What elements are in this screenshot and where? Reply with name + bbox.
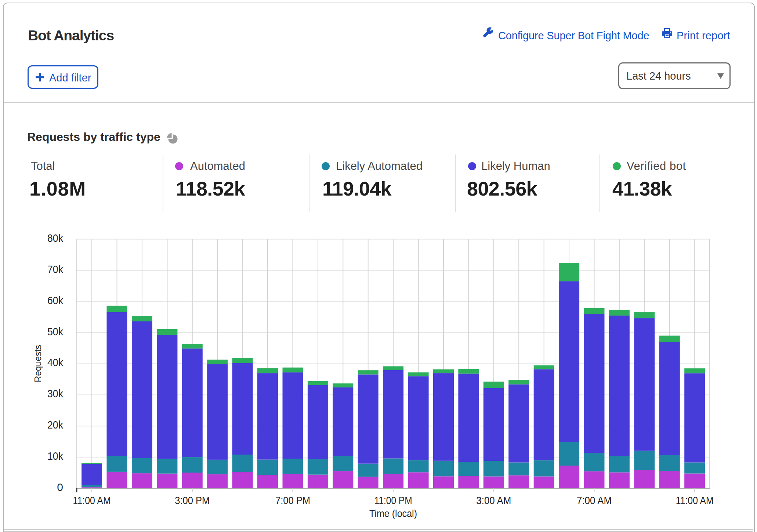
svg-text:70k: 70k: [47, 263, 64, 275]
svg-text:80k: 80k: [47, 232, 64, 244]
svg-text:50k: 50k: [47, 325, 64, 338]
svg-text:30k: 30k: [47, 387, 64, 400]
svg-text:3:00 AM: 3:00 AM: [476, 494, 511, 506]
svg-text:40k: 40k: [47, 356, 64, 368]
svg-text:11:00 PM: 11:00 PM: [374, 494, 412, 506]
svg-text:7:00 PM: 7:00 PM: [275, 494, 310, 506]
svg-text:Requests: Requests: [32, 345, 43, 382]
svg-text:20k: 20k: [47, 419, 64, 431]
svg-text:11:00 AM: 11:00 AM: [676, 494, 714, 506]
svg-text:60k: 60k: [47, 294, 64, 306]
svg-text:10k: 10k: [47, 450, 64, 462]
svg-text:11:00 AM: 11:00 AM: [73, 494, 111, 506]
svg-text:0: 0: [57, 481, 63, 493]
svg-text:7:00 AM: 7:00 AM: [577, 494, 612, 506]
svg-text:3:00 PM: 3:00 PM: [175, 494, 210, 506]
svg-text:Time (local): Time (local): [369, 508, 417, 519]
